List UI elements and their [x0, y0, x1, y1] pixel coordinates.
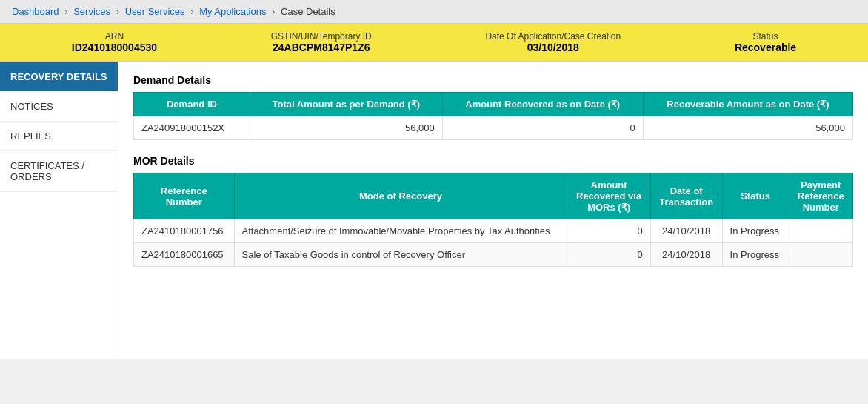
date-label: Date Of Application/Case Creation — [485, 31, 621, 42]
breadcrumb-services[interactable]: Services — [73, 6, 110, 17]
mor-ref-number: ZA2410180001665 — [134, 243, 235, 267]
breadcrumb-my-applications[interactable]: My Applications — [199, 6, 266, 17]
breadcrumb: Dashboard › Services › User Services › M… — [0, 0, 868, 24]
gstin-label: GSTIN/UIN/Temporary ID — [271, 31, 372, 42]
status-value: Recoverable — [735, 42, 796, 53]
mor-col-date: Date ofTransaction — [650, 173, 722, 219]
breadcrumb-dashboard[interactable]: Dashboard — [12, 6, 59, 17]
mor-date: 24/10/2018 — [650, 219, 722, 243]
mor-amount: 0 — [567, 243, 650, 267]
sidebar-item-replies[interactable]: REPLIES — [0, 122, 118, 151]
demand-col-id: Demand ID — [134, 93, 250, 116]
mor-payment-ref — [789, 219, 852, 243]
demand-col-total: Total Amount as per Demand (₹) — [250, 93, 442, 116]
mor-col-ref: ReferenceNumber — [134, 173, 235, 219]
mor-col-amount: AmountRecovered viaMORs (₹) — [567, 173, 650, 219]
breadcrumb-case-details: Case Details — [281, 6, 335, 17]
mor-amount: 0 — [567, 219, 650, 243]
table-row: ZA2410180001756 Attachment/Seizure of Im… — [134, 219, 853, 243]
breadcrumb-sep-1: › — [64, 6, 70, 17]
mor-col-status: Status — [722, 173, 789, 219]
mor-details-title: MOR Details — [133, 155, 853, 167]
mor-payment-ref — [789, 243, 852, 267]
sidebar: RECOVERY DETAILS NOTICES REPLIES CERTIFI… — [0, 62, 118, 359]
mor-date: 24/10/2018 — [650, 243, 722, 267]
mor-mode: Sale of Taxable Goods in control of Reco… — [234, 243, 567, 267]
arn-label: ARN — [72, 31, 157, 42]
demand-id: ZA240918000152X — [134, 116, 250, 140]
demand-recoverable-amount: 56,000 — [643, 116, 852, 140]
sidebar-item-notices[interactable]: NOTICES — [0, 92, 118, 122]
arn-value: ID2410180004530 — [72, 42, 157, 53]
breadcrumb-user-services[interactable]: User Services — [125, 6, 185, 17]
mor-status: In Progress — [722, 243, 789, 267]
mor-details-table: ReferenceNumber Mode of Recovery AmountR… — [133, 173, 853, 267]
header-bar: ARN ID2410180004530 GSTIN/UIN/Temporary … — [0, 24, 868, 62]
demand-total-amount: 56,000 — [250, 116, 442, 140]
table-row: ZA2410180001665 Sale of Taxable Goods in… — [134, 243, 853, 267]
demand-col-recovered: Amount Recovered as on Date (₹) — [442, 93, 643, 116]
sidebar-item-certificates-orders[interactable]: CERTIFICATES / ORDERS — [0, 151, 118, 192]
breadcrumb-sep-3: › — [190, 6, 196, 17]
breadcrumb-sep-4: › — [272, 6, 278, 17]
arn-section: ARN ID2410180004530 — [72, 31, 157, 53]
mor-mode: Attachment/Seizure of Immovable/Movable … — [234, 219, 567, 243]
status-label: Status — [735, 31, 796, 42]
gstin-value: 24ABCPM8147P1Z6 — [271, 42, 372, 53]
date-section: Date Of Application/Case Creation 03/10/… — [485, 31, 621, 53]
mor-ref-number: ZA2410180001756 — [134, 219, 235, 243]
gstin-section: GSTIN/UIN/Temporary ID 24ABCPM8147P1Z6 — [271, 31, 372, 53]
mor-col-payment-ref: PaymentReferenceNumber — [789, 173, 852, 219]
status-section: Status Recoverable — [735, 31, 796, 53]
mor-col-mode: Mode of Recovery — [234, 173, 567, 219]
demand-details-table: Demand ID Total Amount as per Demand (₹)… — [133, 92, 853, 140]
content-area: Demand Details Demand ID Total Amount as… — [118, 62, 868, 359]
breadcrumb-sep-2: › — [116, 6, 122, 17]
demand-col-recoverable: Recoverable Amount as on Date (₹) — [643, 93, 852, 116]
demand-amount-recovered: 0 — [442, 116, 643, 140]
mor-status: In Progress — [722, 219, 789, 243]
date-value: 03/10/2018 — [485, 42, 621, 53]
main-content: RECOVERY DETAILS NOTICES REPLIES CERTIFI… — [0, 62, 868, 359]
sidebar-item-recovery-details[interactable]: RECOVERY DETAILS — [0, 62, 118, 92]
table-row: ZA240918000152X 56,000 0 56,000 — [134, 116, 853, 140]
demand-details-title: Demand Details — [133, 74, 853, 86]
